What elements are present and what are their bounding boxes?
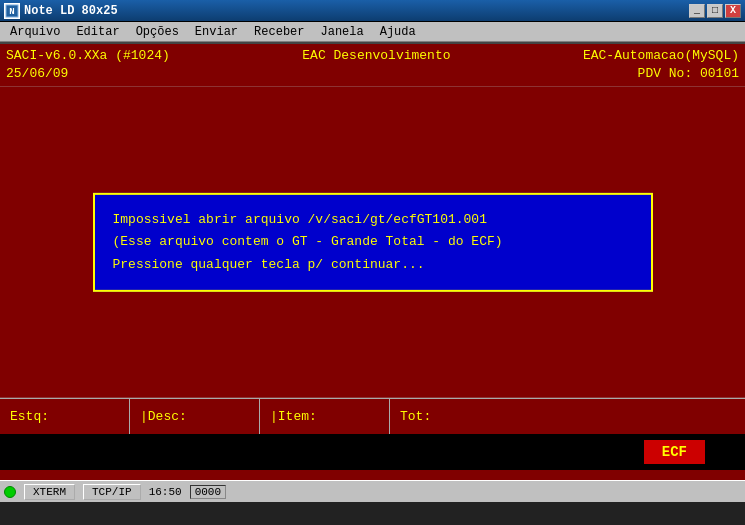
dialog-box: Impossivel abrir arquivo /v/saci/gt/ecfG… bbox=[93, 193, 653, 291]
dialog-line1: Impossivel abrir arquivo /v/saci/gt/ecfG… bbox=[113, 209, 633, 231]
info-bar-right: EAC-Automacao(MySQL) PDV No: 00101 bbox=[583, 47, 739, 83]
titlebar: N Note LD 80x25 _ □ X bbox=[0, 0, 745, 22]
info-bar-center: EAC Desenvolvimento bbox=[302, 47, 450, 83]
titlebar-left: N Note LD 80x25 bbox=[4, 3, 118, 19]
content-area: Impossivel abrir arquivo /v/saci/gt/ecfG… bbox=[0, 87, 745, 397]
estq-cell: Estq: bbox=[0, 399, 130, 434]
menu-opcoes[interactable]: Opções bbox=[128, 23, 187, 41]
terminal: SACI-v6.0.XXa (#1024) 25/06/09 EAC Desen… bbox=[0, 42, 745, 480]
menu-ajuda[interactable]: Ajuda bbox=[372, 23, 424, 41]
desc-cell: |Desc: bbox=[130, 399, 260, 434]
menubar: Arquivo Editar Opções Enviar Receber Jan… bbox=[0, 22, 745, 42]
eac-desenvolvimento: EAC Desenvolvimento bbox=[302, 47, 450, 65]
eac-automacao: EAC-Automacao(MySQL) bbox=[583, 47, 739, 65]
horizontal-separator-2 bbox=[0, 397, 745, 398]
titlebar-controls: _ □ X bbox=[689, 4, 741, 18]
svg-text:N: N bbox=[9, 7, 14, 17]
taskbar: XTERM TCP/IP 16:50 0000 bbox=[0, 480, 745, 502]
minimize-button[interactable]: _ bbox=[689, 4, 705, 18]
info-bar: SACI-v6.0.XXa (#1024) 25/06/09 EAC Desen… bbox=[0, 44, 745, 86]
titlebar-title: Note LD 80x25 bbox=[24, 4, 118, 18]
close-button[interactable]: X bbox=[725, 4, 741, 18]
xterm-button[interactable]: XTERM bbox=[24, 484, 75, 500]
tcpip-button[interactable]: TCP/IP bbox=[83, 484, 141, 500]
ecf-label: ECF bbox=[644, 440, 705, 464]
status-bar: Estq: |Desc: |Item: Tot: bbox=[0, 398, 745, 434]
ecf-bar: ECF bbox=[0, 434, 745, 470]
date-display: 25/06/09 bbox=[6, 65, 170, 83]
menu-editar[interactable]: Editar bbox=[68, 23, 127, 41]
item-label: |Item: bbox=[270, 409, 317, 424]
menu-arquivo[interactable]: Arquivo bbox=[2, 23, 68, 41]
dialog-line3: Pressione qualquer tecla p/ continuar... bbox=[113, 253, 633, 275]
menu-enviar[interactable]: Enviar bbox=[187, 23, 246, 41]
clock-display: 16:50 bbox=[149, 486, 182, 498]
estq-label: Estq: bbox=[10, 409, 49, 424]
menu-receber[interactable]: Receber bbox=[246, 23, 312, 41]
menu-janela[interactable]: Janela bbox=[313, 23, 372, 41]
pdv-number: PDV No: 00101 bbox=[583, 65, 739, 83]
dialog-line2: (Esse arquivo contem o GT - Grande Total… bbox=[113, 231, 633, 253]
item-cell: |Item: bbox=[260, 399, 390, 434]
tot-cell: Tot: bbox=[390, 399, 520, 434]
maximize-button[interactable]: □ bbox=[707, 4, 723, 18]
info-bar-left: SACI-v6.0.XXa (#1024) 25/06/09 bbox=[6, 47, 170, 83]
desc-label: |Desc: bbox=[140, 409, 187, 424]
tot-label: Tot: bbox=[400, 409, 431, 424]
app-icon: N bbox=[4, 3, 20, 19]
saci-version: SACI-v6.0.XXa (#1024) bbox=[6, 47, 170, 65]
status-indicator bbox=[4, 486, 16, 498]
code-display: 0000 bbox=[190, 485, 226, 499]
